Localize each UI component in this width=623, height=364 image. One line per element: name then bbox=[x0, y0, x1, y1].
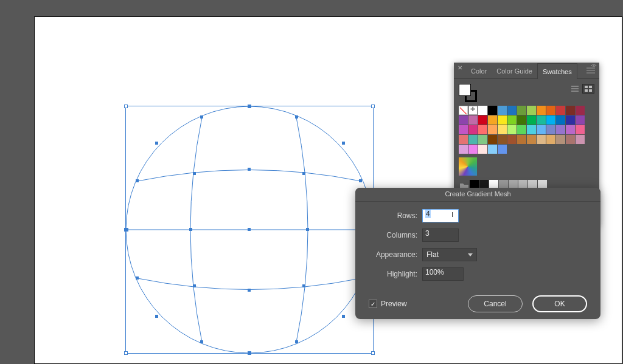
resize-handle-se[interactable] bbox=[371, 351, 375, 355]
swatch[interactable] bbox=[556, 115, 565, 125]
swatch[interactable] bbox=[468, 125, 478, 134]
swatch[interactable] bbox=[498, 135, 507, 144]
swatch[interactable] bbox=[537, 135, 546, 144]
swatch[interactable] bbox=[468, 135, 478, 144]
swatch[interactable] bbox=[459, 125, 468, 134]
swatch[interactable] bbox=[546, 125, 555, 134]
swatch[interactable] bbox=[488, 145, 497, 154]
swatch-color-group[interactable] bbox=[459, 157, 477, 176]
swatch[interactable] bbox=[517, 106, 526, 115]
swatch-none[interactable] bbox=[459, 106, 468, 115]
swatch[interactable] bbox=[527, 135, 536, 144]
swatch[interactable] bbox=[537, 115, 546, 125]
swatch[interactable] bbox=[527, 115, 536, 125]
swatch[interactable] bbox=[478, 106, 487, 115]
anchor-point[interactable] bbox=[359, 179, 362, 182]
swatch[interactable] bbox=[488, 115, 497, 125]
rows-input[interactable]: 4 I bbox=[422, 209, 459, 222]
resize-handle-ne[interactable] bbox=[371, 105, 375, 108]
ok-button[interactable]: OK bbox=[532, 295, 587, 312]
swatch[interactable] bbox=[556, 106, 565, 115]
columns-input[interactable]: 3 bbox=[422, 228, 459, 242]
swatch[interactable] bbox=[478, 115, 487, 125]
anchor-point[interactable] bbox=[295, 340, 298, 343]
anchor-point[interactable] bbox=[136, 179, 139, 182]
swatch[interactable] bbox=[468, 115, 478, 125]
swatch[interactable] bbox=[556, 135, 565, 144]
anchor-point[interactable] bbox=[200, 340, 203, 343]
swatch[interactable] bbox=[566, 106, 575, 115]
swatch-registration[interactable] bbox=[468, 106, 478, 115]
swatch[interactable] bbox=[566, 125, 575, 134]
swatch[interactable] bbox=[537, 125, 546, 134]
swatch[interactable] bbox=[507, 125, 517, 134]
panel-close-button[interactable]: ✕ bbox=[454, 63, 466, 71]
swatch[interactable] bbox=[517, 115, 526, 125]
anchor-point[interactable] bbox=[200, 115, 203, 118]
resize-handle-sw[interactable] bbox=[124, 351, 128, 355]
anchor-point[interactable] bbox=[155, 142, 158, 145]
anchor-point[interactable] bbox=[155, 315, 158, 318]
swatch[interactable] bbox=[488, 135, 497, 144]
swatch[interactable] bbox=[546, 106, 555, 115]
swatch[interactable] bbox=[498, 115, 507, 125]
anchor-point[interactable] bbox=[248, 168, 251, 171]
anchor-point[interactable] bbox=[125, 228, 128, 232]
swatch[interactable] bbox=[566, 115, 575, 125]
appearance-select[interactable]: Flat bbox=[422, 248, 477, 261]
swatch[interactable] bbox=[459, 115, 468, 125]
resize-handle-nw[interactable] bbox=[124, 105, 128, 108]
swatch[interactable] bbox=[478, 125, 487, 134]
swatch[interactable] bbox=[527, 106, 536, 115]
anchor-point[interactable] bbox=[136, 276, 139, 280]
swatch[interactable] bbox=[546, 135, 555, 144]
swatch[interactable] bbox=[488, 125, 497, 134]
anchor-point[interactable] bbox=[342, 142, 345, 145]
tab-color[interactable]: Color bbox=[466, 63, 492, 78]
list-view-toggle[interactable] bbox=[569, 84, 581, 94]
swatch[interactable] bbox=[517, 125, 526, 134]
swatch[interactable] bbox=[478, 145, 487, 154]
swatch[interactable] bbox=[498, 106, 507, 115]
panel-collapse-icon[interactable]: ◃▹ bbox=[591, 62, 597, 68]
anchor-point[interactable] bbox=[248, 289, 251, 292]
anchor-point[interactable] bbox=[248, 228, 251, 231]
panel-menu-icon[interactable] bbox=[582, 67, 599, 74]
swatch[interactable] bbox=[498, 145, 507, 154]
highlight-input[interactable]: 100% bbox=[422, 267, 464, 281]
preview-checkbox[interactable]: ✓ bbox=[369, 300, 377, 308]
anchor-point[interactable] bbox=[295, 115, 298, 118]
tab-color-guide[interactable]: Color Guide bbox=[492, 63, 537, 78]
swatch[interactable] bbox=[459, 145, 468, 154]
swatch[interactable] bbox=[576, 115, 585, 125]
swatch[interactable] bbox=[517, 135, 526, 144]
swatch-grid[interactable] bbox=[459, 106, 594, 154]
create-gradient-mesh-dialog[interactable]: Create Gradient Mesh Rows: 4 I Columns: … bbox=[355, 188, 600, 319]
swatch[interactable] bbox=[537, 106, 546, 115]
swatch[interactable] bbox=[459, 135, 468, 144]
swatch[interactable] bbox=[498, 125, 507, 134]
swatch[interactable] bbox=[546, 115, 555, 125]
anchor-point[interactable] bbox=[193, 172, 196, 175]
swatch[interactable] bbox=[478, 135, 487, 144]
swatch[interactable] bbox=[507, 135, 517, 144]
swatch[interactable] bbox=[468, 145, 478, 154]
swatch[interactable] bbox=[576, 135, 585, 144]
fill-stroke-indicator[interactable] bbox=[459, 84, 477, 102]
swatch[interactable] bbox=[507, 106, 517, 115]
swatch[interactable] bbox=[576, 106, 585, 115]
swatch[interactable] bbox=[527, 125, 536, 134]
tab-swatches[interactable]: Swatches bbox=[537, 63, 577, 79]
anchor-point[interactable] bbox=[306, 228, 309, 231]
swatch[interactable] bbox=[576, 125, 585, 134]
cancel-button[interactable]: Cancel bbox=[468, 295, 523, 312]
anchor-point[interactable] bbox=[342, 315, 345, 318]
grid-view-toggle[interactable] bbox=[582, 84, 594, 94]
anchor-point[interactable] bbox=[193, 284, 196, 287]
swatch[interactable] bbox=[507, 115, 517, 125]
anchor-point[interactable] bbox=[189, 228, 192, 231]
swatch[interactable] bbox=[556, 125, 565, 134]
anchor-point[interactable] bbox=[302, 172, 305, 175]
anchor-point[interactable] bbox=[302, 284, 305, 287]
anchor-point[interactable] bbox=[248, 351, 251, 355]
